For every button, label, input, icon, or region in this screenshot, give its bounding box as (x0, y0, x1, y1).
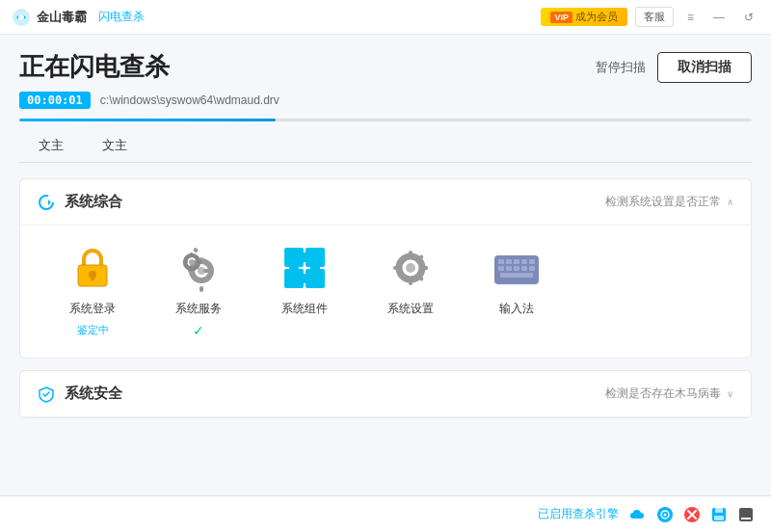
svg-rect-43 (506, 259, 512, 264)
keyboard-svg (491, 244, 543, 292)
section-system-header: 系统综合 检测系统设置是否正常 ∧ (20, 179, 751, 226)
shield-icon (38, 386, 55, 403)
svg-rect-21 (197, 260, 201, 263)
section-system-status: 检测系统设置是否正常 (605, 194, 721, 210)
puzzle-svg (279, 242, 331, 294)
icon-status-login: 鉴定中 (77, 323, 109, 337)
icon-box-login (66, 241, 120, 295)
close-button[interactable]: ↺ (738, 9, 759, 26)
brand-name: 金山毒霸 (37, 9, 87, 26)
svg-rect-60 (715, 508, 723, 513)
logo-icon (12, 8, 31, 27)
svg-rect-52 (500, 273, 533, 278)
icon-status-service: ✓ (193, 323, 204, 338)
vip-label: 成为会员 (575, 10, 618, 24)
subtitle-label: 闪电查杀 (98, 9, 145, 25)
settings-circle-icon[interactable] (655, 505, 675, 524)
gears-svg (174, 244, 223, 292)
tab-1[interactable]: 文主 (83, 131, 146, 162)
svg-rect-35 (409, 278, 412, 285)
svg-rect-34 (409, 251, 412, 258)
svg-rect-36 (393, 266, 401, 270)
progress-bar-fill (19, 119, 276, 121)
svg-rect-61 (714, 516, 724, 520)
icon-box-component (278, 241, 332, 295)
cancel-button[interactable]: 取消扫描 (657, 52, 752, 83)
svg-point-28 (300, 274, 309, 283)
app-logo: 金山毒霸 闪电查杀 (12, 8, 145, 27)
service-button[interactable]: 客服 (635, 7, 674, 27)
svg-point-1 (18, 14, 24, 20)
chevron-up-icon: ∧ (727, 197, 733, 207)
svg-rect-42 (498, 259, 504, 264)
svg-rect-45 (521, 259, 527, 264)
minimize-button[interactable]: — (707, 9, 731, 26)
icon-label-component: 系统组件 (281, 301, 328, 317)
icon-label-settings: 系统设置 (387, 301, 434, 317)
section-header-left: 系统综合 (38, 193, 122, 211)
gear-single-svg (386, 244, 435, 292)
section-header-right: 检测系统设置是否正常 ∧ (605, 194, 733, 210)
svg-rect-49 (514, 266, 519, 271)
icon-label-login: 系统登录 (69, 301, 116, 317)
section-system-title: 系统综合 (65, 193, 122, 211)
svg-point-17 (189, 259, 195, 265)
icon-item-settings: 系统设置 (358, 241, 464, 317)
icon-item-input: 输入法 (464, 241, 570, 317)
icon-box-settings (384, 241, 438, 295)
scan-info-row: 00:00:01 c:\windows\syswow64\wdmaud.drv (19, 92, 752, 109)
section-security-right: 检测是否存在木马病毒 ∨ (605, 386, 733, 402)
icon-item-component: 系统组件 (252, 241, 358, 317)
section-security: 系统安全 检测是否存在木马病毒 ∨ (19, 370, 752, 418)
svg-point-29 (289, 263, 299, 273)
bottom-bar: 已启用查杀引擎 (0, 495, 771, 532)
section-security-left: 系统安全 (38, 385, 122, 403)
tray-icon[interactable] (736, 505, 756, 524)
tab-0[interactable]: 文主 (19, 131, 83, 162)
engine-text: 已启用查杀引擎 (538, 506, 619, 522)
svg-rect-20 (183, 260, 188, 263)
svg-rect-12 (199, 286, 203, 292)
title-bar: 金山毒霸 闪电查杀 VIP 成为会员 客服 ≡ — ↺ (0, 0, 771, 35)
section-security-status: 检测是否存在木马病毒 (605, 386, 721, 402)
scan-tabs: 文主 文主 (19, 131, 752, 163)
svg-point-33 (406, 263, 415, 273)
menu-button[interactable]: ≡ (681, 9, 700, 26)
icon-box-input (490, 241, 544, 295)
vip-button[interactable]: VIP 成为会员 (541, 8, 627, 26)
scan-timer: 00:00:01 (19, 92, 91, 109)
svg-rect-31 (310, 263, 320, 273)
svg-rect-18 (190, 253, 193, 257)
svg-rect-8 (91, 275, 94, 280)
x-icon[interactable] (682, 505, 702, 524)
save-icon[interactable] (709, 505, 729, 524)
main-content: 正在闪电查杀 暂停扫描 取消扫描 00:00:01 c:\windows\sys… (0, 35, 771, 418)
svg-rect-50 (521, 266, 527, 271)
cloud-icon[interactable] (628, 505, 648, 524)
svg-rect-47 (498, 266, 504, 271)
svg-point-55 (664, 513, 667, 516)
icon-label-service: 系统服务 (175, 301, 222, 317)
scan-header: 正在闪电查杀 暂停扫描 取消扫描 (19, 50, 752, 84)
svg-rect-51 (529, 266, 535, 271)
svg-rect-15 (193, 247, 199, 253)
bottom-bar-icons (628, 505, 756, 524)
svg-rect-30 (300, 253, 309, 262)
svg-marker-3 (48, 200, 51, 205)
icons-grid: 系统登录 鉴定中 (20, 226, 751, 358)
icon-item-service: 系统服务 ✓ (146, 241, 252, 338)
svg-rect-19 (190, 266, 193, 271)
svg-rect-39 (420, 266, 428, 270)
section-system: 系统综合 检测系统设置是否正常 ∧ (19, 178, 752, 359)
svg-rect-44 (514, 259, 519, 264)
title-bar-right: VIP 成为会员 客服 ≡ — ↺ (541, 7, 759, 27)
pause-button[interactable]: 暂停扫描 (596, 59, 646, 76)
icon-item-login: 系统登录 鉴定中 (40, 241, 146, 337)
scan-path: c:\windows\syswow64\wdmaud.drv (100, 93, 279, 107)
chevron-down-icon: ∨ (727, 388, 733, 399)
progress-bar-wrap (19, 119, 752, 121)
icon-label-input: 输入法 (499, 301, 534, 317)
icon-box-service (172, 241, 226, 295)
refresh-icon (38, 194, 55, 211)
section-security-header: 系统安全 检测是否存在木马病毒 ∨ (20, 371, 751, 417)
